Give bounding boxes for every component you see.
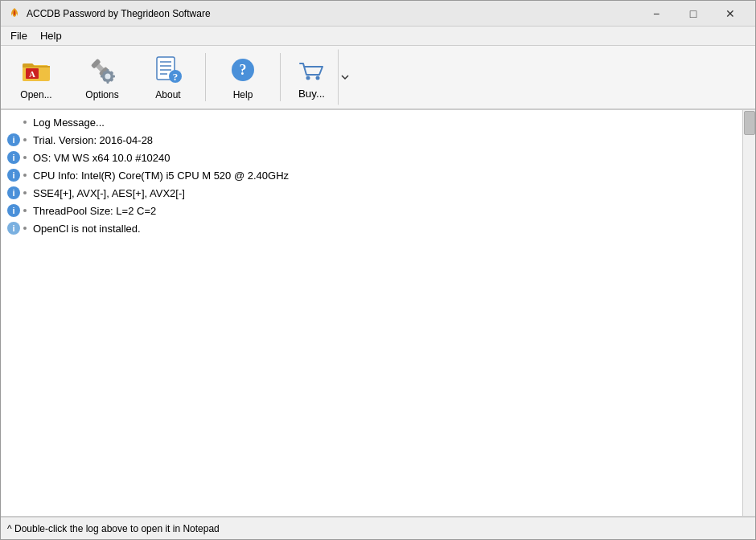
log-row: i OS: VM WS x64 10.0 #10240 <box>1 149 755 166</box>
log-text: Log Message... <box>33 117 105 129</box>
help-icon: ? <box>227 54 259 86</box>
buy-label: Buy... <box>298 88 325 100</box>
scrollbar-track[interactable] <box>742 110 755 516</box>
log-text: ThreadPool Size: L=2 C=2 <box>33 205 156 217</box>
log-text: OS: VM WS x64 10.0 #10240 <box>33 152 171 164</box>
svg-rect-9 <box>107 80 109 84</box>
about-icon: ? <box>152 54 184 86</box>
log-dot <box>23 227 27 230</box>
buy-dropdown-button[interactable] <box>338 49 352 105</box>
log-dot <box>23 138 27 141</box>
log-dot <box>23 174 27 177</box>
log-dot <box>23 121 27 124</box>
log-row: i SSE4[+], AVX[-], AES[+], AVX2[-] <box>1 184 755 202</box>
help-button[interactable]: ? Help <box>211 49 275 105</box>
status-bar: ^ Double-click the log above to open it … <box>1 517 755 539</box>
title-bar: ACCDB Password by Thegrideon Software − … <box>1 1 755 27</box>
log-row: i ThreadPool Size: L=2 C=2 <box>1 202 755 219</box>
log-dot <box>23 156 27 159</box>
info-icon: i <box>7 222 20 235</box>
close-button[interactable]: ✕ <box>712 1 749 27</box>
svg-rect-8 <box>107 69 109 72</box>
menu-help[interactable]: Help <box>34 28 68 43</box>
menu-bar: File Help <box>1 27 755 46</box>
status-text: ^ Double-click the log above to open it … <box>7 523 220 534</box>
maximize-button[interactable]: □ <box>675 1 712 27</box>
window-controls: − □ ✕ <box>638 1 749 27</box>
log-text: OpenCl is not installed. <box>33 223 141 235</box>
svg-rect-11 <box>112 76 115 78</box>
toolbar: A Open... <box>1 46 755 110</box>
log-dot <box>23 209 27 212</box>
info-icon: i <box>7 186 20 199</box>
toolbar-separator <box>205 53 206 101</box>
log-text: Trial. Version: 2016-04-28 <box>33 134 153 146</box>
about-label: About <box>155 89 180 100</box>
open-label: Open... <box>20 89 51 100</box>
log-text: CPU Info: Intel(R) Core(TM) i5 CPU M 520… <box>33 170 289 182</box>
buy-button[interactable]: Buy... <box>286 49 338 105</box>
main-window: ACCDB Password by Thegrideon Software − … <box>0 0 756 540</box>
open-button[interactable]: A Open... <box>4 49 68 105</box>
options-icon <box>86 54 118 86</box>
app-icon <box>7 6 22 21</box>
svg-text:?: ? <box>173 71 179 83</box>
log-area: Log Message... i Trial. Version: 2016-04… <box>1 110 755 240</box>
options-label: Options <box>85 89 118 100</box>
toolbar-separator-2 <box>280 53 281 101</box>
info-icon: i <box>7 204 20 217</box>
log-row: Log Message... <box>1 113 755 131</box>
svg-point-7 <box>105 74 111 80</box>
info-icon: i <box>7 169 20 182</box>
scrollbar-thumb[interactable] <box>744 111 755 135</box>
svg-point-26 <box>315 76 319 80</box>
help-label: Help <box>233 89 253 100</box>
info-icon: i <box>7 133 20 146</box>
buy-icon <box>296 55 328 88</box>
log-row: i Trial. Version: 2016-04-28 <box>1 131 755 149</box>
minimize-button[interactable]: − <box>638 1 675 27</box>
svg-text:?: ? <box>240 62 247 78</box>
info-icon: i <box>7 151 20 164</box>
content-area[interactable]: Log Message... i Trial. Version: 2016-04… <box>1 110 755 517</box>
buy-group: Buy... <box>286 49 352 105</box>
window-title: ACCDB Password by Thegrideon Software <box>27 8 638 19</box>
svg-point-25 <box>306 76 310 80</box>
menu-file[interactable]: File <box>4 28 34 43</box>
svg-rect-10 <box>101 76 104 78</box>
log-row: i CPU Info: Intel(R) Core(TM) i5 CPU M 5… <box>1 166 755 184</box>
options-button[interactable]: Options <box>70 49 134 105</box>
log-dot <box>23 191 27 194</box>
about-button[interactable]: ? About <box>136 49 200 105</box>
log-text: SSE4[+], AVX[-], AES[+], AVX2[-] <box>33 187 185 199</box>
svg-text:A: A <box>29 69 35 79</box>
log-row: i OpenCl is not installed. <box>1 219 755 237</box>
open-icon: A <box>20 54 52 86</box>
